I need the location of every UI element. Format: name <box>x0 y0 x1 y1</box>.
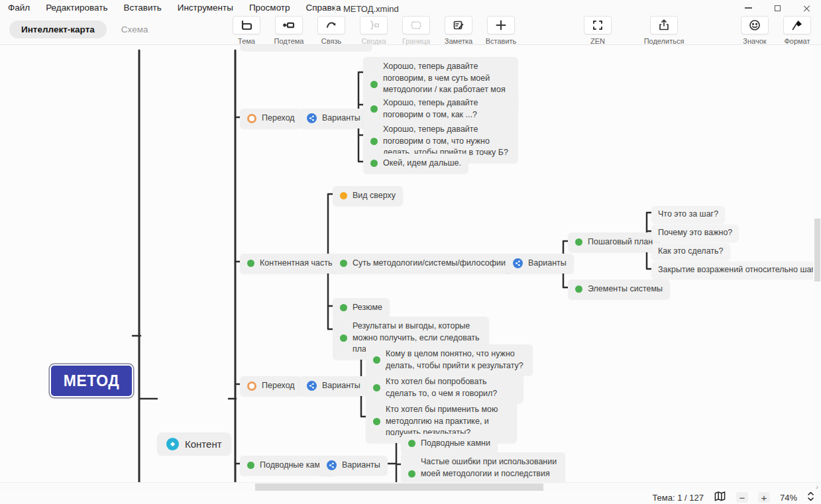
topic-pitfall-child[interactable]: Подводные камни <box>401 434 498 454</box>
menu-insert[interactable]: Вставить <box>123 3 161 13</box>
format-button[interactable]: Формат <box>781 16 813 45</box>
menu-tools[interactable]: Инструменты <box>178 3 233 13</box>
topic-count: Тема: 1 / 127 <box>652 493 704 503</box>
menu-file[interactable]: Файл <box>8 3 30 13</box>
topic-label: Элементы системы <box>588 283 663 295</box>
scroll-right-arrow-icon[interactable]: › <box>816 483 818 491</box>
green-dot-icon <box>575 285 582 293</box>
root-topic[interactable]: МЕТОД <box>50 364 133 397</box>
gem-icon <box>166 438 179 450</box>
zen-button[interactable]: ZEN <box>582 16 614 45</box>
close-button[interactable] <box>792 0 821 16</box>
green-dot-icon <box>370 105 378 113</box>
topic-label: Варианты <box>342 460 380 472</box>
note-button[interactable]: Заметка <box>443 16 474 45</box>
green-dot-icon <box>247 260 254 267</box>
topic-content[interactable]: Контент <box>157 432 231 455</box>
topic-variants-4[interactable]: Варианты <box>319 456 388 476</box>
zen-icon <box>591 19 604 32</box>
topic-label: Переход <box>262 380 295 392</box>
relationship-icon <box>325 19 338 32</box>
app-chrome: Файл Редактировать Вставить Инструменты … <box>0 0 821 45</box>
boundary-icon <box>410 19 423 32</box>
horizontal-scrollbar[interactable]: › <box>0 482 821 491</box>
variants-icon <box>307 381 317 391</box>
topic-label: Резюме <box>353 302 382 314</box>
insert-button[interactable]: Вставить <box>485 16 517 45</box>
topic-content-part[interactable]: Контнентная часть <box>240 254 339 274</box>
topic-variants-3[interactable]: Варианты <box>300 376 368 396</box>
topic-step-plan[interactable]: Пошаговый план <box>568 232 660 252</box>
plus-icon <box>494 19 508 32</box>
maximize-button[interactable] <box>763 0 792 16</box>
topic-cutoff-top[interactable] <box>240 45 372 52</box>
topic-option[interactable]: Кому в целом понятно, что нужно делать, … <box>366 344 533 376</box>
green-dot-icon <box>370 81 378 88</box>
topic-label: Как это сделать? <box>658 246 724 258</box>
green-dot-icon <box>340 334 347 342</box>
topic-label: Переход <box>262 113 295 125</box>
topic-label: Почему это важно? <box>658 227 732 239</box>
fit-window-button[interactable] <box>807 491 814 503</box>
topic-step-q2[interactable]: Почему это важно? <box>651 225 739 242</box>
green-dot-icon <box>247 462 254 469</box>
transition-icon <box>247 381 256 391</box>
vertical-scrollbar-thumb[interactable] <box>814 219 820 281</box>
topic-transition-2[interactable]: Переход <box>240 376 302 396</box>
menu-view[interactable]: Просмотр <box>249 3 290 13</box>
menu-help[interactable]: Справка <box>306 3 341 13</box>
topic-option[interactable]: Кто хотел бы попробовать сделать то, о ч… <box>366 372 523 403</box>
topic-label: Подводные камни <box>421 438 490 450</box>
topic-label: Варианты <box>322 113 360 125</box>
boundary-button[interactable]: Граница <box>400 16 432 45</box>
toolbar-right: Значок Формат <box>739 16 813 45</box>
subtopic-button[interactable]: Подтема <box>273 16 305 45</box>
horizontal-scrollbar-thumb[interactable] <box>255 483 543 491</box>
topic-transition-1[interactable]: Переход <box>240 109 302 128</box>
topic-step-q1[interactable]: Что это за шаг? <box>651 206 725 223</box>
summary-button[interactable]: Сводка <box>358 16 390 45</box>
toolbar-share: Поделиться <box>643 16 685 45</box>
maximize-icon <box>775 5 781 11</box>
variants-icon <box>307 113 317 123</box>
topic-step-q4[interactable]: Закрытие возражений относительно шага <box>651 262 821 279</box>
zoom-out-button[interactable]: − <box>736 492 748 503</box>
topic-elements[interactable]: Элементы системы <box>568 279 670 299</box>
green-dot-icon <box>373 418 380 425</box>
close-icon <box>803 5 810 12</box>
topic-step-q3[interactable]: Как это сделать? <box>651 243 730 260</box>
topic-label: Вид сверху <box>353 190 396 202</box>
green-dot-icon <box>575 238 582 246</box>
topic-essence[interactable]: Суть методологии/системы/философии <box>333 254 513 274</box>
toolbar-main: Тема Подтема Связь Сводка Граница Заметк… <box>231 16 517 45</box>
topic-resume[interactable]: Резюме <box>333 298 390 318</box>
format-pin-icon <box>791 19 804 32</box>
title-divider <box>335 3 335 13</box>
share-button[interactable]: Поделиться <box>643 16 685 45</box>
map-icon <box>714 491 726 502</box>
status-bar: Тема: 1 / 127 − + 74% <box>0 491 821 504</box>
minimize-button[interactable] <box>734 0 763 16</box>
topic-top-view[interactable]: Вид сверху <box>333 186 403 206</box>
mindmap-canvas[interactable]: МЕТОД Контент Переход Варианты Хорошо, т… <box>0 45 821 493</box>
topic-variants-1[interactable]: Варианты <box>300 109 368 128</box>
topic-button[interactable]: Тема <box>231 16 262 45</box>
map-overview-button[interactable] <box>714 491 726 504</box>
topic-label: Варианты <box>528 258 567 270</box>
vertical-scrollbar[interactable] <box>813 45 821 482</box>
zoom-level: 74% <box>780 493 797 503</box>
toolbar-zen: ZEN <box>582 16 614 45</box>
zoom-in-button[interactable]: + <box>758 492 770 503</box>
orange-dot-icon <box>340 192 347 199</box>
topic-variants-2[interactable]: Варианты <box>506 254 574 274</box>
tab-mindmap[interactable]: Интеллект-карта <box>9 21 107 38</box>
minimize-icon <box>745 7 752 9</box>
marker-button[interactable]: Значок <box>739 16 771 45</box>
relationship-button[interactable]: Связь <box>315 16 347 45</box>
green-dot-icon <box>340 304 347 311</box>
topic-option[interactable]: Окей, идем дальше. <box>363 154 468 174</box>
tab-outline[interactable]: Схема <box>121 25 148 34</box>
menubar: Файл Редактировать Вставить Инструменты … <box>8 3 341 13</box>
document-title: МЕТОД.xmind <box>343 4 399 14</box>
menu-edit[interactable]: Редактировать <box>46 3 107 13</box>
